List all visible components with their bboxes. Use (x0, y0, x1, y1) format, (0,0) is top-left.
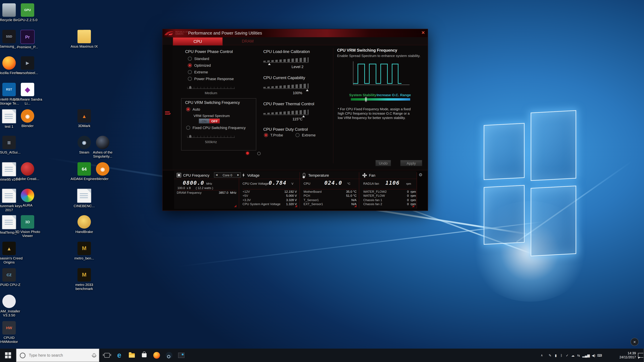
undo-button[interactable]: Undo (375, 160, 391, 166)
thermal-slider[interactable] (263, 110, 308, 114)
action-center-icon[interactable] (638, 353, 644, 358)
taskbar-file-explorer-icon[interactable] (126, 349, 138, 362)
desktop-icon-blender-app[interactable]: ◉blender (88, 162, 118, 181)
taskbar-store-icon[interactable] (138, 349, 150, 362)
desktop-icon-cam-installer[interactable]: CAM_Installer V3.3.50 (0, 295, 24, 318)
vrm-auto-radio[interactable]: Auto (186, 107, 200, 111)
toggle-off[interactable]: OFF (209, 119, 220, 123)
show-desktop-button[interactable] (643, 349, 644, 362)
taskbar-task-view-icon[interactable] (100, 349, 113, 362)
expand-icon[interactable] (412, 205, 414, 207)
duty-option-t-probe[interactable]: T.Probe (264, 133, 283, 137)
bluetooth-icon[interactable]: ᛒ (560, 354, 564, 357)
desktop-icon-label: blender (88, 177, 118, 181)
taskbar-app-icons: e (100, 349, 188, 362)
desktop-icon-adobe-creative[interactable]: Adobe Creati... (13, 162, 42, 181)
taskbar-clock[interactable]: 14:39 24/11/2017 (613, 349, 636, 362)
desktop-icon-ashes-of-the-singularity[interactable]: Ashes of the Singularity... (88, 136, 118, 159)
search-input[interactable] (28, 353, 86, 358)
vrm-fixed-radio[interactable]: Fixed CPU Switching Frequency (186, 126, 246, 130)
desktop-icon-metro-benchmark[interactable]: Mmetro_ben... (70, 242, 99, 260)
current-capability-title: CPU Current Capability (263, 75, 305, 80)
network-icon[interactable]: ▂▄▆ (582, 354, 590, 357)
microphone-icon[interactable] (93, 353, 95, 357)
desktop-icon-assassins-creed-origins[interactable]: ▲Assassin's Creed Origins (0, 242, 24, 265)
page-dot-active[interactable] (246, 152, 249, 155)
usb-icon[interactable]: ⇆ (576, 354, 580, 357)
expand-icon[interactable] (354, 205, 356, 207)
tab-cpu[interactable]: CPU (173, 37, 223, 45)
power-phase-option-standard[interactable]: Standard (188, 57, 209, 61)
spread-spectrum-toggle[interactable]: ON OFF (198, 118, 220, 124)
desktop-icon-blender-shortcut[interactable]: ◉Blender (13, 109, 42, 128)
taskbar-cpu-z-icon[interactable] (175, 349, 188, 362)
power-phase-option-extreme[interactable]: Extreme (188, 70, 208, 74)
pen-icon[interactable]: ✎ (548, 354, 552, 357)
slider-thumb[interactable] (366, 97, 366, 102)
power-phase-option-optimized[interactable]: Optimized (188, 63, 211, 67)
desktop-icon-3d-vision-photo-viewer[interactable]: 3D3D Vision Photo Viewer (13, 215, 42, 238)
taskbar-edge-icon[interactable]: e (113, 349, 126, 362)
gear-icon[interactable]: ⚙ (418, 172, 422, 177)
tab-dram[interactable]: DRAM (222, 37, 273, 45)
page-dot-inactive[interactable] (257, 152, 260, 155)
vrm-frequency-slider[interactable] (187, 134, 235, 138)
desktop-icon-tearsofsteel[interactable]: ▶tearsofsteel... (13, 56, 42, 75)
hidden-icons-chevron[interactable]: ∧ (541, 349, 543, 362)
desktop-icon-premiere[interactable]: PrPremiere_P... (13, 30, 42, 49)
window-titlebar[interactable]: REPUBLIC OF GAMERS Performance and Power… (163, 29, 428, 37)
desktop-icon-label: CPUID HWMonitor (0, 336, 24, 344)
defender-shield-icon[interactable]: ✓ (565, 354, 569, 357)
close-icon[interactable]: ✕ (421, 30, 425, 35)
taskbar-steam-icon[interactable] (163, 349, 175, 362)
monitor-row: Chassis fan 10 rpm (363, 198, 416, 202)
duty-option-extreme[interactable]: Extreme (296, 133, 316, 137)
stability-oc-slider[interactable] (351, 98, 410, 100)
desktop-icon-sisoftware-sandra[interactable]: ◆SiSoftware Sandra Li... (13, 83, 42, 106)
desktop-icon-metro-2033-benchmark[interactable]: Mmetro 2033 benchmark (70, 268, 99, 291)
llc-slider[interactable] (263, 57, 308, 62)
desktop-icon-label: Assassin's Creed Origins (0, 256, 24, 265)
core-selector[interactable]: ◀ Core 0 ▶ (214, 172, 241, 178)
start-button[interactable] (0, 349, 16, 362)
taskbar: e ∧ ✎▮ᛒ✓☁⇆▂▄▆◀)⌨ 14:39 24/11/2017 (0, 349, 644, 362)
desktop-icon-label: SiSoftware Sandra Li... (13, 97, 42, 106)
desktop-icon-asus-aisuite[interactable]: ≣ASUS_AISui... (0, 136, 24, 154)
voltage-big-unit: V (292, 182, 293, 185)
desktop-icon-gpu-z[interactable]: GPUGPU-Z.2.5.0 (13, 3, 42, 22)
taskbar-firefox-icon[interactable] (150, 349, 163, 362)
volume-icon[interactable]: ◀) (592, 354, 596, 357)
touch-keyboard-icon[interactable]: ⌨ (597, 354, 602, 357)
current-capability-slider[interactable] (263, 83, 308, 88)
desktop-icon-asus-maximus-ix[interactable]: Asus Maximus IX (70, 30, 99, 48)
cpu-frequency-unit: MHz (206, 182, 212, 185)
overlay-close-button[interactable]: ✕ (630, 338, 639, 346)
desktop-icon-cinebench[interactable]: CINEBENC... (70, 189, 99, 208)
core-next-icon[interactable]: ▶ (237, 174, 239, 176)
spread-info-title: CPU VRM Switching Frequency (337, 48, 397, 53)
desktop-icon-handbrake[interactable]: HandBrake (70, 215, 99, 234)
temperature-big-value: 024.0 (324, 180, 342, 186)
fan-title: Fan (369, 173, 375, 177)
toggle-on[interactable]: ON (199, 119, 209, 123)
power-phase-option-power-phase-response[interactable]: Power Phase Response (188, 77, 234, 81)
spread-info-note: * For CPU Fixed Frequency Mode, assign a… (338, 107, 413, 120)
onedrive-cloud-icon[interactable]: ☁ (571, 354, 575, 357)
expand-icon[interactable] (234, 205, 236, 207)
spread-info-subtitle: Enable Spread Spectrum to enhance system… (337, 54, 420, 58)
core-prev-icon[interactable]: ◀ (216, 174, 218, 176)
desktop-icon-cpuid-hwmonitor[interactable]: HWCPUID HWMonitor (0, 321, 24, 344)
option-label: Power Phase Response (194, 77, 234, 81)
menu-icon[interactable] (165, 111, 170, 116)
taskbar-search[interactable] (16, 349, 99, 362)
battery-icon[interactable]: ▮ (554, 354, 558, 357)
monitor-row: WATER_FLOW20 rpm (363, 190, 416, 194)
desktop-icon-cpuid-cpu-z[interactable]: CZCPUID CPU-Z (0, 268, 24, 287)
desktop-icon-3dmark[interactable]: ▲3DMark (70, 109, 99, 128)
desktop-icon-aura[interactable]: AURA (13, 189, 42, 207)
apply-button[interactable]: Apply (400, 160, 422, 166)
temperature-header: Temperature (303, 173, 329, 177)
power-phase-slider[interactable] (187, 85, 235, 89)
radio-icon (186, 107, 190, 111)
expand-icon[interactable] (295, 205, 297, 207)
